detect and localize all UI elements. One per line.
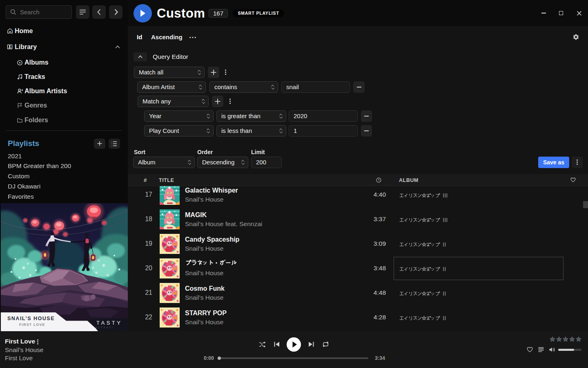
svg-text:FIRST LOVE: FIRST LOVE [19,323,45,327]
svg-text:SNAIL’S HOUSE: SNAIL’S HOUSE [7,316,55,321]
svg-text:TASTY: TASTY [96,320,122,326]
svg-text:BSTMRXI: BSTMRXI [96,327,114,329]
